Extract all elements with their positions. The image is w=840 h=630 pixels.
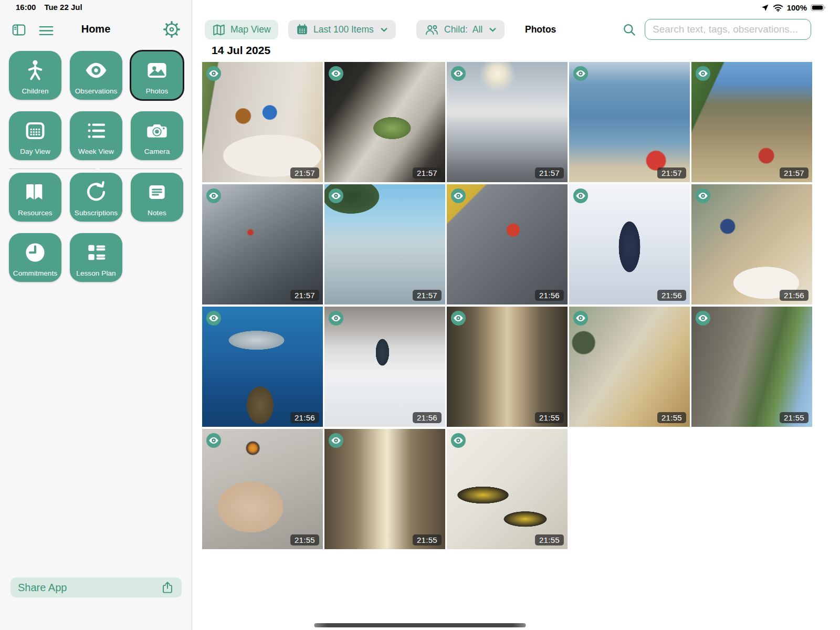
note-icon	[131, 178, 183, 206]
list-icon	[70, 117, 122, 145]
sidebar-button-subscriptions[interactable]: Subscriptions	[70, 173, 122, 222]
sidebar-button-resources[interactable]: Resources	[9, 173, 61, 222]
photo-timestamp: 21:57	[535, 167, 564, 178]
sidebar-button-label: Day View	[20, 148, 50, 155]
photo-timestamp: 21:57	[780, 167, 808, 178]
range-filter-button[interactable]: Last 100 Items	[288, 20, 396, 39]
calendar-icon	[9, 117, 61, 145]
home-indicator[interactable]	[314, 623, 526, 627]
observation-eye-badge-icon	[451, 188, 466, 203]
sidebar-button-camera[interactable]: Camera	[131, 111, 183, 160]
status-bar-left: 16:00 Tue 22 Jul	[16, 3, 82, 12]
eye-icon	[70, 56, 122, 85]
observation-eye-badge-icon	[451, 311, 466, 326]
observation-eye-badge-icon	[451, 66, 466, 81]
photo-tile[interactable]: 21:55	[691, 307, 812, 427]
observation-eye-badge-icon	[206, 311, 221, 326]
photo-tile[interactable]: 21:57	[447, 62, 568, 182]
sidebar-button-label: Observations	[75, 87, 118, 95]
sidebar-grid-main: ChildrenObservationsPhotosDay ViewWeek V…	[9, 51, 183, 160]
photo-timestamp: 21:55	[413, 534, 442, 545]
sidebar-button-notes[interactable]: Notes	[131, 173, 183, 222]
photo-tile[interactable]: 21:56	[324, 307, 445, 427]
photo-tile[interactable]: 21:57	[569, 62, 690, 182]
photo-tile[interactable]: 21:57	[324, 184, 445, 304]
map-view-label: Map View	[230, 24, 271, 35]
photo-timestamp: 21:55	[290, 534, 319, 545]
refresh-icon	[70, 178, 122, 206]
search-input[interactable]	[645, 19, 811, 40]
wifi-icon	[773, 4, 783, 12]
observation-eye-badge-icon	[329, 433, 343, 448]
observation-eye-badge-icon	[451, 433, 466, 448]
sidebar-button-lesson-plan[interactable]: Lesson Plan	[70, 233, 122, 282]
person-icon	[9, 56, 61, 85]
photo-timestamp: 21:55	[535, 412, 564, 423]
child-filter-button[interactable]: Child: All	[416, 20, 505, 39]
observation-eye-badge-icon	[696, 311, 710, 326]
photo-tile[interactable]: 21:56	[569, 184, 690, 304]
photo-icon	[131, 56, 183, 85]
status-time: 16:00	[16, 3, 36, 12]
photo-timestamp: 21:57	[290, 290, 319, 301]
calendar-icon	[296, 23, 309, 36]
sidebar-button-week-view[interactable]: Week View	[70, 111, 122, 160]
sidebar-group-divider-right	[100, 169, 182, 169]
book-icon	[9, 178, 61, 206]
sidebar-button-day-view[interactable]: Day View	[9, 111, 61, 160]
photo-tile[interactable]: 21:56	[202, 307, 323, 427]
observation-eye-badge-icon	[573, 66, 588, 81]
photo-timestamp: 21:55	[535, 534, 564, 545]
map-icon	[212, 23, 226, 37]
sidebar-button-observations[interactable]: Observations	[70, 51, 122, 100]
camera-icon	[131, 117, 183, 145]
photo-timestamp: 21:56	[657, 290, 686, 301]
sidebar-button-photos[interactable]: Photos	[131, 51, 183, 100]
photo-tile[interactable]: 21:55	[447, 429, 568, 549]
sidebar-button-label: Lesson Plan	[76, 269, 116, 277]
photo-tile[interactable]: 21:55	[202, 429, 323, 549]
observation-eye-badge-icon	[329, 311, 343, 326]
sidebar-group-divider-left	[9, 169, 96, 169]
observation-eye-badge-icon	[696, 188, 710, 203]
photo-tile[interactable]: 21:57	[202, 62, 323, 182]
people-icon	[424, 23, 439, 37]
lesson-icon	[70, 238, 122, 267]
map-view-button[interactable]: Map View	[205, 20, 278, 39]
sidebar-button-commitments[interactable]: Commitments	[9, 233, 61, 282]
photo-tile[interactable]: 21:56	[691, 184, 812, 304]
photo-timestamp: 21:55	[657, 412, 686, 423]
photo-timestamp: 21:56	[290, 412, 319, 423]
photo-timestamp: 21:57	[290, 167, 319, 178]
photo-timestamp: 21:57	[413, 290, 442, 301]
range-filter-label: Last 100 Items	[313, 24, 374, 35]
main-content: 100% Map View Last 100 Items Child: All …	[193, 0, 840, 630]
sidebar-button-label: Week View	[78, 148, 114, 155]
photo-tile[interactable]: 21:57	[202, 184, 323, 304]
photo-tile[interactable]: 21:57	[324, 62, 445, 182]
photo-tile[interactable]: 21:55	[324, 429, 445, 549]
share-app-label: Share App	[18, 582, 161, 594]
sidebar-button-children[interactable]: Children	[9, 51, 61, 100]
photo-timestamp: 21:56	[535, 290, 564, 301]
page-title: Photos	[525, 24, 556, 35]
child-filter-label: Child:	[444, 24, 468, 35]
observation-eye-badge-icon	[573, 188, 588, 203]
sidebar-button-label: Notes	[148, 209, 166, 217]
photo-tile[interactable]: 21:56	[447, 184, 568, 304]
observation-eye-badge-icon	[329, 188, 343, 203]
sidebar: 16:00 Tue 22 Jul Home ChildrenObservatio…	[0, 0, 192, 630]
sidebar-button-label: Photos	[146, 87, 169, 95]
photo-timestamp: 21:55	[780, 412, 808, 423]
photo-tile[interactable]: 21:57	[691, 62, 812, 182]
share-icon	[161, 581, 174, 594]
share-app-button[interactable]: Share App	[10, 578, 182, 597]
sidebar-grid-secondary: ResourcesSubscriptionsNotesCommitmentsLe…	[9, 173, 183, 282]
chevron-down-icon	[380, 25, 388, 34]
search-icon[interactable]	[622, 23, 636, 39]
photo-timestamp: 21:57	[657, 167, 686, 178]
photo-tile[interactable]: 21:55	[569, 307, 690, 427]
observation-eye-badge-icon	[206, 66, 221, 81]
sidebar-button-label: Commitments	[13, 269, 57, 277]
photo-tile[interactable]: 21:55	[447, 307, 568, 427]
